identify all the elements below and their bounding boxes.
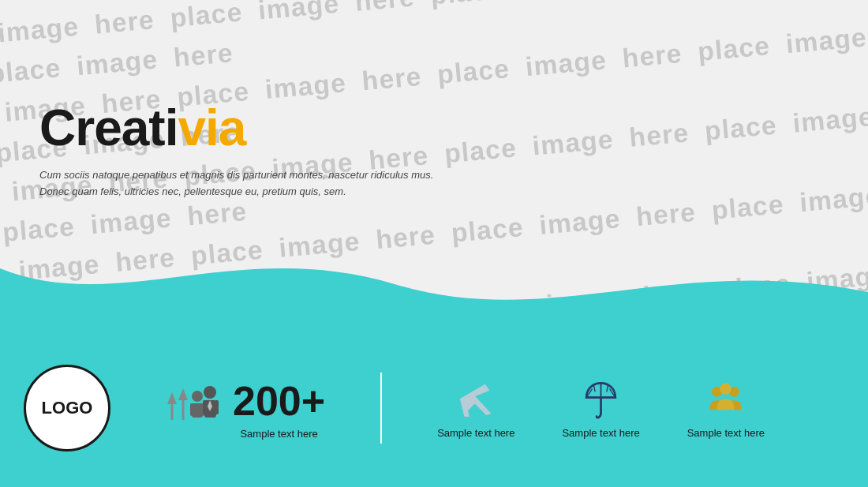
bottom-content: LOGO [0,329,868,487]
logo-text: LOGO [42,398,93,418]
brand-subtitle: Cum sociis natoque penatibus et magnis d… [39,167,450,200]
svg-point-8 [204,386,216,399]
brand-content: Creativia Cum sociis natoque penatibus e… [39,103,450,200]
logo: LOGO [24,365,110,451]
svg-marker-2 [178,388,188,400]
svg-rect-11 [203,400,207,414]
group-item: Sample text here [687,377,765,439]
stat-unit: 200+ Sample text here [233,377,325,440]
brand-title: Creativia [39,103,450,153]
top-section: place image here place image here place … [0,0,868,332]
group-icon [704,377,747,421]
stat-label: Sample text here [240,428,317,440]
svg-marker-0 [167,392,177,404]
airplane-icon [455,377,498,421]
wave-divider [0,237,868,332]
brand-name-yellow: via [178,99,245,156]
group-label: Sample text here [687,427,765,439]
stat-block: 200+ Sample text here [158,376,325,440]
airplane-item: Sample text here [437,377,514,439]
stat-number: 200+ [233,377,325,425]
svg-rect-12 [215,400,219,414]
umbrella-icon [579,377,623,421]
people-growth-icon [158,376,221,440]
svg-rect-6 [190,403,194,416]
umbrella-item: Sample text here [562,377,639,439]
svg-point-22 [720,383,732,395]
svg-point-4 [192,391,203,402]
brand-name-black: Creati [39,99,178,156]
svg-line-17 [593,384,595,391]
svg-line-18 [607,384,608,391]
airplane-label: Sample text here [437,427,514,439]
section-divider [380,373,382,444]
umbrella-label: Sample text here [562,427,639,439]
people-icon-group [158,376,221,440]
